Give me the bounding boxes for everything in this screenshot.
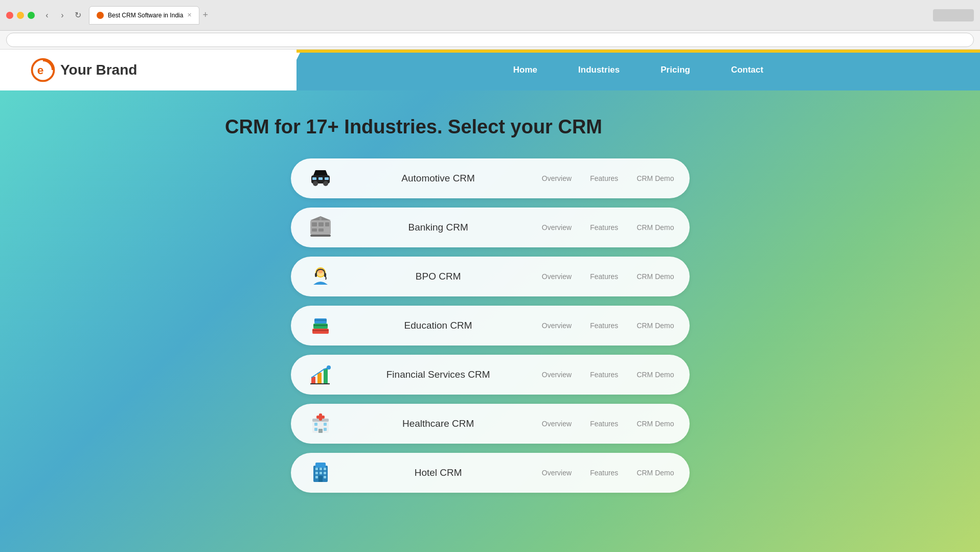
healthcare-demo-link[interactable]: CRM Demo [636,420,674,428]
logo-area: e Your Brand [0,50,297,90]
svg-rect-49 [320,472,322,474]
hotel-icon [306,458,335,487]
crm-list: Automotive CRM Overview Features CRM Dem… [0,158,980,493]
close-button[interactable] [6,12,13,19]
banking-crm-links: Overview Features CRM Demo [542,223,674,232]
education-demo-link[interactable]: CRM Demo [636,321,674,330]
hotel-crm-links: Overview Features CRM Demo [542,469,674,477]
browser-controls [933,9,974,21]
financial-features-link[interactable]: Features [590,371,618,379]
svg-rect-44 [315,463,326,468]
svg-rect-47 [324,468,326,470]
svg-rect-29 [317,373,322,384]
financial-overview-link[interactable]: Overview [542,371,572,379]
tab-close-icon[interactable]: ✕ [187,12,192,18]
page-wrapper: e Your Brand Home Industries Pricing Con… [0,50,980,552]
education-crm-links: Overview Features CRM Demo [542,321,674,330]
minimize-button[interactable] [17,12,24,19]
financial-crm-links: Overview Features CRM Demo [542,371,674,379]
nav-contact[interactable]: Contact [731,65,763,75]
svg-point-3 [313,181,318,186]
svg-rect-5 [312,177,316,180]
crm-item-financial: Financial Services CRM Overview Features… [291,355,690,395]
crm-item-automotive: Automotive CRM Overview Features CRM Dem… [291,158,690,198]
address-bar[interactable] [6,33,974,47]
financial-crm-name: Financial Services CRM [345,369,532,380]
svg-rect-39 [324,423,327,426]
svg-point-4 [323,181,328,186]
nav-home[interactable]: Home [513,65,537,75]
reload-button[interactable]: ↻ [72,9,84,21]
hotel-crm-name: Hotel CRM [345,467,532,478]
svg-text:e: e [37,63,44,77]
brand-name: Your Brand [60,62,137,78]
banking-features-link[interactable]: Features [590,223,618,232]
svg-rect-30 [324,369,328,384]
bpo-crm-links: Overview Features CRM Demo [542,272,674,281]
browser-tab[interactable]: Best CRM Software in India ✕ [89,6,199,25]
banking-demo-link[interactable]: CRM Demo [636,223,674,232]
financial-demo-link[interactable]: CRM Demo [636,371,674,379]
financial-icon [306,360,335,389]
svg-rect-50 [324,472,326,474]
bpo-crm-name: BPO CRM [345,271,532,282]
bpo-demo-link[interactable]: CRM Demo [636,272,674,281]
browser-chrome: ‹ › ↻ Best CRM Software in India ✕ + [0,0,980,31]
banking-crm-name: Banking CRM [345,222,532,233]
svg-rect-14 [310,235,331,237]
svg-rect-26 [313,325,328,326]
content-area: CRM for 17+ Industries. Select your CRM [0,90,980,552]
address-bar-row [0,31,980,50]
crm-item-banking: Banking CRM Overview Features CRM Demo [291,208,690,247]
crm-item-healthcare: Healthcare CRM Overview Features CRM Dem… [291,404,690,444]
healthcare-features-link[interactable]: Features [590,420,618,428]
svg-rect-45 [315,468,318,470]
brand-logo-icon: e [31,58,55,82]
svg-rect-46 [320,468,322,470]
nav-industries[interactable]: Industries [578,65,620,75]
banking-icon [306,213,335,242]
svg-rect-21 [324,273,326,277]
healthcare-overview-link[interactable]: Overview [542,420,572,428]
education-overview-link[interactable]: Overview [542,321,572,330]
svg-rect-48 [315,472,318,474]
education-features-link[interactable]: Features [590,321,618,330]
automotive-crm-name: Automotive CRM [345,173,532,184]
automotive-crm-links: Overview Features CRM Demo [542,174,674,182]
healthcare-icon [306,409,335,438]
bpo-overview-link[interactable]: Overview [542,272,572,281]
new-tab-button[interactable]: + [202,10,208,20]
tab-favicon [97,12,104,19]
svg-rect-20 [315,273,317,277]
svg-rect-16 [320,217,322,220]
svg-rect-41 [324,428,327,431]
automotive-features-link[interactable]: Features [590,174,618,182]
hotel-overview-link[interactable]: Overview [542,469,572,477]
healthcare-crm-name: Healthcare CRM [345,418,532,429]
education-crm-name: Education CRM [345,320,532,331]
svg-rect-27 [314,319,327,321]
section-title: CRM for 17+ Industries. Select your CRM [225,116,980,138]
crm-item-hotel: Hotel CRM Overview Features CRM Demo [291,453,690,493]
svg-rect-38 [314,423,317,426]
automotive-demo-link[interactable]: CRM Demo [636,174,674,182]
main-nav: Home Industries Pricing Contact [297,50,980,90]
hotel-features-link[interactable]: Features [590,469,618,477]
nav-pricing[interactable]: Pricing [660,65,690,75]
svg-rect-53 [318,476,323,482]
top-accent-bar [297,50,980,53]
maximize-button[interactable] [28,12,35,19]
bpo-features-link[interactable]: Features [590,272,618,281]
banking-overview-link[interactable]: Overview [542,223,572,232]
svg-rect-40 [314,428,317,431]
forward-button[interactable]: › [56,9,69,21]
svg-rect-6 [318,177,323,180]
hotel-demo-link[interactable]: CRM Demo [636,469,674,477]
svg-rect-25 [312,330,329,331]
back-button[interactable]: ‹ [41,9,53,21]
crm-item-education: Education CRM Overview Features CRM Demo [291,306,690,346]
svg-rect-37 [316,416,325,419]
automotive-overview-link[interactable]: Overview [542,174,572,182]
education-icon [306,311,335,340]
crm-item-bpo: BPO CRM Overview Features CRM Demo [291,257,690,296]
